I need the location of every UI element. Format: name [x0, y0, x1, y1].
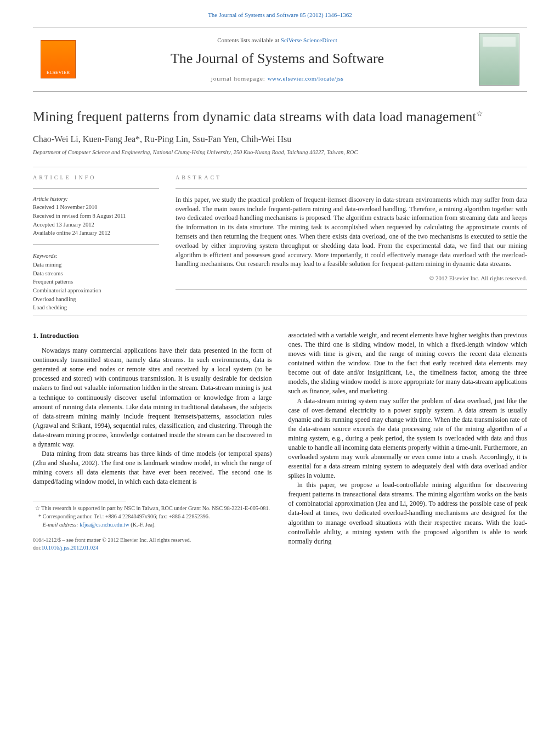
divider: [33, 167, 527, 167]
doi-link[interactable]: 10.1016/j.jss.2012.01.024: [42, 545, 99, 551]
history-revised: Received in revised form 8 August 2011: [33, 212, 159, 220]
section-heading: 1. Introduction: [33, 331, 272, 341]
abstract-heading: ABSTRACT: [176, 174, 527, 182]
keyword: Overload handling: [33, 296, 159, 304]
author-list: Chao-Wei Li, Kuen-Fang Jea*, Ru-Ping Lin…: [33, 133, 527, 145]
funding-note: ☆ This research is supported in part by …: [33, 505, 272, 512]
journal-title: The Journal of Systems and Software: [83, 49, 471, 69]
footnote-divider: [33, 501, 126, 501]
keyword: Data mining: [33, 261, 159, 269]
body-column-left: 1. Introduction Nowadays many commercial…: [33, 331, 272, 552]
corresponding-author-note: * Corresponding author. Tel.: +886 4 228…: [33, 513, 272, 521]
paragraph: Data mining from data streams has three …: [33, 449, 272, 487]
journal-homepage: journal homepage: www.elsevier.com/locat…: [83, 75, 471, 83]
abstract-block: ABSTRACT In this paper, we study the pra…: [176, 174, 527, 313]
front-matter-line: 0164-1212/$ – see front matter © 2012 El…: [33, 536, 272, 544]
paragraph: A data-stream mining system may suffer t…: [289, 397, 528, 481]
paragraph: In this paper, we propose a load-control…: [289, 480, 528, 546]
paragraph: Nowadays many commercial applications ha…: [33, 346, 272, 449]
keywords-label: Keywords:: [33, 252, 159, 261]
journal-cover-thumbnail: [479, 33, 519, 86]
keyword: Data streams: [33, 270, 159, 278]
running-head: The Journal of Systems and Software 85 (…: [0, 0, 560, 24]
keyword: Load shedding: [33, 304, 159, 312]
article-info-heading: ARTICLE INFO: [33, 174, 159, 182]
title-footnote-marker: ☆: [476, 110, 483, 118]
publisher-name: ELSEVIER: [41, 69, 75, 76]
contents-available: Contents lists available at SciVerse Sci…: [83, 36, 471, 44]
body-text: 1. Introduction Nowadays many commercial…: [33, 331, 527, 552]
email-note: E-mail address: kfjea@cs.nchu.edu.tw (K.…: [33, 521, 272, 529]
citation-link[interactable]: The Journal of Systems and Software 85 (…: [208, 12, 352, 18]
history-received: Received 1 November 2010: [33, 203, 159, 212]
history-accepted: Accepted 13 January 2012: [33, 221, 159, 229]
abstract-text: In this paper, we study the practical pr…: [176, 195, 527, 269]
history-online: Available online 24 January 2012: [33, 229, 159, 237]
paragraph: associated with a variable weight, and r…: [289, 331, 528, 397]
author-email-link[interactable]: kfjea@cs.nchu.edu.tw: [80, 522, 129, 528]
sciencedirect-link[interactable]: SciVerse ScienceDirect: [281, 37, 337, 43]
journal-masthead: ELSEVIER Contents lists available at Sci…: [33, 27, 527, 92]
body-column-right: associated with a variable weight, and r…: [289, 331, 528, 552]
doi-block: 0164-1212/$ – see front matter © 2012 El…: [33, 536, 272, 552]
homepage-link[interactable]: www.elsevier.com/locate/jss: [268, 75, 344, 82]
history-label: Article history:: [33, 195, 159, 203]
article-info-sidebar: ARTICLE INFO Article history: Received 1…: [33, 174, 159, 313]
keyword: Combinatorial approximation: [33, 287, 159, 295]
affiliation: Department of Computer Science and Engin…: [33, 149, 527, 157]
article-title: Mining frequent patterns from dynamic da…: [33, 108, 527, 125]
footnotes: ☆ This research is supported in part by …: [33, 505, 272, 528]
abstract-copyright: © 2012 Elsevier Inc. All rights reserved…: [176, 274, 527, 282]
keyword: Frequent patterns: [33, 278, 159, 286]
elsevier-logo: ELSEVIER: [41, 40, 76, 78]
